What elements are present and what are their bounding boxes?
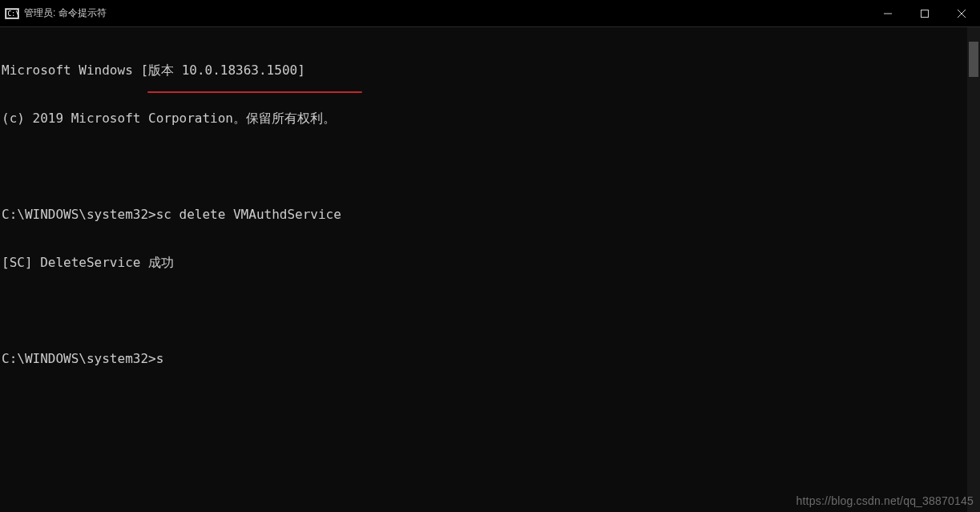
svg-text:C:\: C:\ — [8, 10, 20, 18]
svg-rect-4 — [922, 10, 929, 17]
terminal-line: C:\WINDOWS\system32>sc delete VMAuthdSer… — [2, 207, 967, 223]
titlebar[interactable]: C:\ 管理员: 命令提示符 — [0, 0, 980, 27]
titlebar-left: C:\ 管理员: 命令提示符 — [0, 6, 107, 20]
terminal-line: C:\WINDOWS\system32>s — [2, 351, 967, 367]
annotation-underline — [147, 91, 362, 93]
window-title: 管理员: 命令提示符 — [24, 6, 107, 20]
maximize-button[interactable] — [906, 0, 943, 26]
terminal-line — [2, 303, 967, 319]
terminal-line — [2, 159, 967, 175]
scrollbar-thumb[interactable] — [969, 42, 978, 77]
close-button[interactable] — [943, 0, 980, 26]
vertical-scrollbar[interactable] — [967, 27, 980, 512]
terminal-line: Microsoft Windows [版本 10.0.18363.1500] — [2, 62, 967, 79]
terminal-output[interactable]: Microsoft Windows [版本 10.0.18363.1500] (… — [0, 30, 967, 512]
watermark-text: https://blog.csdn.net/qq_38870145 — [797, 494, 974, 507]
terminal-line: [SC] DeleteService 成功 — [2, 255, 967, 271]
client-area: Microsoft Windows [版本 10.0.18363.1500] (… — [0, 27, 980, 512]
terminal-line: (c) 2019 Microsoft Corporation。保留所有权利。 — [2, 111, 967, 127]
window-controls — [869, 0, 980, 26]
cmd-app-icon: C:\ — [5, 7, 19, 20]
minimize-button[interactable] — [869, 0, 906, 26]
